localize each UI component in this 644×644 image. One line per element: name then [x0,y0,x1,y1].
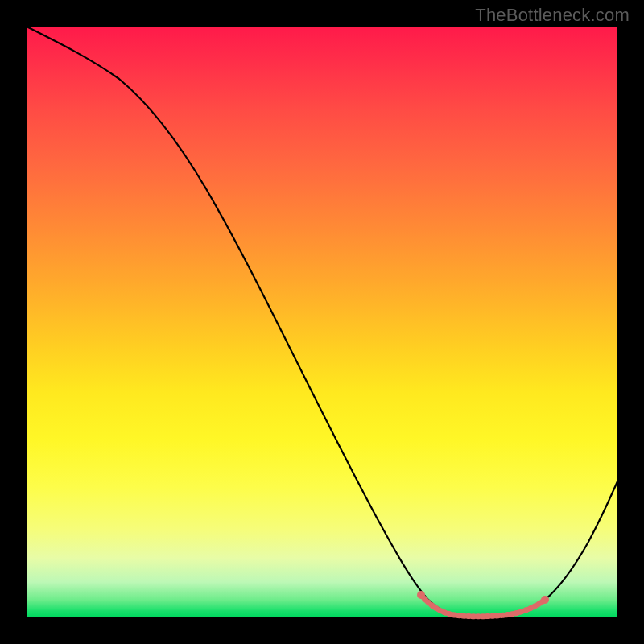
gradient-plot-area [27,27,617,617]
optimal-range-start-dot [417,591,425,599]
optimal-range-end-dot [541,596,549,604]
attribution-text: TheBottleneck.com [475,5,630,26]
chart-frame: TheBottleneck.com [0,0,644,644]
optimal-range-highlight [421,595,545,617]
curve-path [27,27,617,617]
bottleneck-curve [27,27,617,617]
